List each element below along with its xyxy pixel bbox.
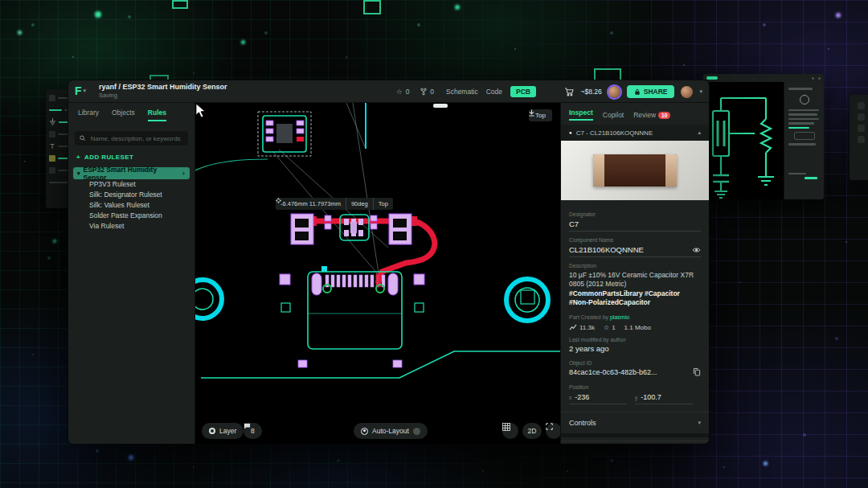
tab-code[interactable]: Code: [486, 88, 502, 96]
modified-value: 2 years ago: [569, 342, 701, 355]
project-title-block: ryanf / ESP32 Smart Humidity Sensor Savi…: [99, 83, 227, 99]
view-side-pill[interactable]: Top: [529, 109, 552, 121]
cart-icon[interactable]: [564, 88, 574, 96]
text-tool-icon: T: [49, 142, 55, 150]
tab-inspect[interactable]: Inspect: [569, 109, 593, 121]
usb-connector-footprint[interactable]: [308, 272, 402, 349]
auto-layout-options-icon[interactable]: [413, 428, 420, 435]
tab-objects[interactable]: Objects: [112, 109, 135, 121]
part-header[interactable]: ● C7 - CL21B106KOQNNNE ▴: [561, 125, 709, 141]
share-button[interactable]: SHARE: [627, 85, 675, 98]
designator-field[interactable]: C7: [569, 217, 701, 232]
side-pads[interactable]: [280, 274, 424, 367]
grid-icon: [502, 423, 510, 431]
position-x-field[interactable]: x -236: [569, 392, 627, 404]
tree-item-solder-paste[interactable]: Solder Paste Expansion: [68, 211, 194, 221]
designator-label: Designator: [569, 211, 701, 217]
auto-layout-pill[interactable]: Auto-Layout: [354, 423, 428, 439]
fullscreen-button[interactable]: [546, 423, 560, 439]
sidebar-tabs: Library Objects Rules: [68, 103, 194, 126]
tree-item-via[interactable]: Via Ruleset: [68, 221, 194, 232]
background-window-titlebar: [703, 74, 824, 82]
rules-search-box[interactable]: [75, 131, 188, 146]
capacitor-photo: [593, 154, 677, 187]
inspector-panel: Inspect Copilot Review10 ● C7 - CL21B106…: [560, 103, 709, 444]
modified-label: Last modified by author: [569, 337, 701, 342]
position-label: Position: [569, 384, 701, 390]
collapse-icon[interactable]: ▴: [698, 129, 701, 136]
ruleset-tree-root[interactable]: ▾ ESP32 Smart Humidity Sensor +: [73, 167, 190, 179]
background-window-sliver: [850, 95, 868, 180]
object-id-row: 84cac1ce-0c63-482b-b62...: [569, 366, 701, 379]
tree-item-silk-designator[interactable]: Silk: Designator Ruleset: [68, 190, 194, 200]
bokeh-dot: [53, 240, 56, 243]
mode-2d-button[interactable]: 2D: [522, 423, 542, 439]
account-caret-icon[interactable]: ▾: [699, 88, 702, 95]
section-properties[interactable]: Properties ▾: [561, 441, 709, 444]
star-icon[interactable]: ☆: [396, 88, 403, 96]
tab-library[interactable]: Library: [78, 109, 99, 121]
copy-icon[interactable]: [693, 367, 701, 376]
background-copilot-panel: [784, 82, 824, 199]
pad-block-right[interactable]: [389, 214, 411, 244]
description-tags[interactable]: #CommonPartsLibrary #Capacitor #Non-Pola…: [569, 289, 680, 306]
position-y-field[interactable]: y -100.7: [635, 392, 693, 404]
part-image: [561, 141, 709, 200]
tree-item-silk-values[interactable]: Silk: Values Ruleset: [68, 200, 194, 211]
section-controls[interactable]: Controls ▾: [561, 412, 709, 433]
fork-icon[interactable]: [420, 88, 427, 96]
component-name-field[interactable]: CL21B106KOQNNNE: [569, 243, 701, 257]
flux-logo-icon: F: [75, 84, 81, 97]
tree-root-add-icon[interactable]: +: [182, 170, 186, 178]
logo-caret-icon[interactable]: ▾: [84, 88, 87, 94]
user-avatar[interactable]: [681, 86, 693, 98]
tab-pcb[interactable]: PCB: [510, 86, 536, 97]
bokeh-dot: [241, 40, 245, 44]
app-logo[interactable]: F ▾: [75, 84, 86, 97]
search-icon: [80, 135, 86, 141]
crosshair-icon: [276, 198, 281, 203]
mini-line-teal: [805, 177, 817, 179]
flux-app-window: F ▾ ryanf / ESP32 Smart Humidity Sensor …: [68, 80, 709, 444]
chevron-down-icon: ▾: [698, 420, 701, 426]
mini-line: [788, 109, 819, 112]
pcb-canvas[interactable]: -6.476mm 11.7973mm 90deg Top Top Layer 8…: [195, 103, 560, 444]
mini-icon-olive: [49, 155, 55, 162]
component-name-label: Component Name: [569, 237, 701, 243]
created-by-user[interactable]: plasmio: [610, 314, 629, 320]
part-header-label: C7 - CL21B106KOQNNNE: [576, 129, 653, 137]
tree-caret-icon[interactable]: ▾: [77, 170, 80, 177]
fullscreen-icon: [546, 423, 553, 430]
backdrop-trace-rect: [363, 0, 381, 14]
pad-block-left[interactable]: [291, 214, 313, 244]
search-input[interactable]: [89, 134, 183, 143]
created-by-row: Part Created by plasmio: [569, 314, 701, 320]
comments-pill[interactable]: 8: [244, 423, 262, 439]
mini-line: [788, 118, 819, 121]
project-title[interactable]: ryanf / ESP32 Smart Humidity Sensor: [99, 83, 227, 91]
bokeh-dot: [95, 11, 101, 18]
mounting-hole-left: [195, 280, 222, 318]
eye-icon[interactable]: [692, 247, 701, 253]
bom-price[interactable]: ~$8.26: [580, 88, 601, 96]
mini-dot: [818, 77, 821, 80]
auto-layout-icon: [361, 428, 368, 435]
tab-review[interactable]: Review10: [633, 111, 670, 119]
add-ruleset-label: ADD RULESET: [84, 154, 133, 161]
collaborator-avatar[interactable]: [608, 86, 620, 98]
tab-copilot[interactable]: Copilot: [603, 111, 624, 119]
mini-line: [788, 143, 816, 146]
via-square[interactable]: [321, 266, 327, 272]
tab-rules[interactable]: Rules: [148, 109, 166, 121]
grid-toggle-button[interactable]: [502, 423, 518, 439]
layer-selector[interactable]: Layer: [202, 423, 244, 439]
tab-schematic[interactable]: Schematic: [446, 88, 478, 96]
add-ruleset-button[interactable]: + ADD RULESET: [76, 154, 186, 161]
mini-circle-icon: [800, 95, 809, 105]
inspector-tabs: Inspect Copilot Review10: [561, 103, 709, 125]
readout-layer: Top: [374, 198, 393, 210]
object-id-label: Object ID: [569, 360, 701, 366]
app-topbar: F ▾ ryanf / ESP32 Smart Humidity Sensor …: [68, 80, 709, 103]
selected-footprint[interactable]: [258, 112, 311, 156]
fork-count: 0: [430, 88, 434, 96]
